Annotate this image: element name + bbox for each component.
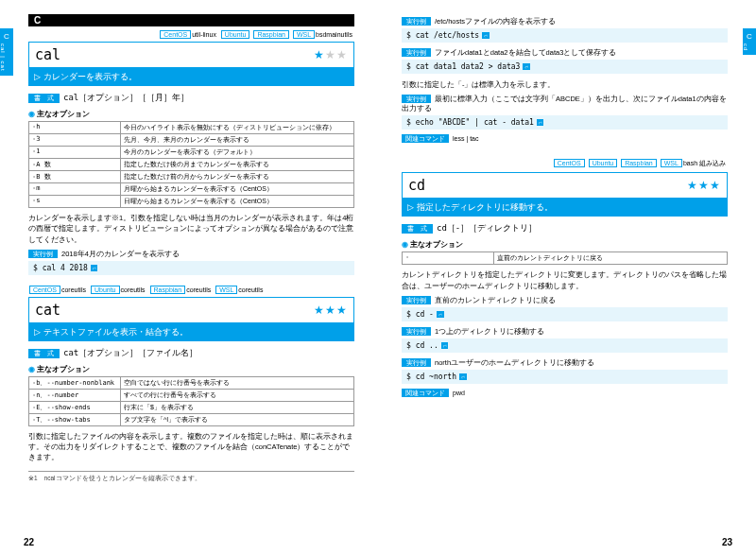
body-text-cd: カレントディレクトリを指定したディレクトリに変更します。ディレクトリのパスを省略… [402,269,728,291]
index-tab-right: C cd [743,28,756,55]
platforms-cat: CentOScoreutils Ubuntucoreutils Raspbian… [28,286,354,293]
tab-sub: cd [743,43,748,51]
example-row: 実行例最初に標準入力（ここでは文字列「ABCDE」）を出力し、次にファイルdat… [402,95,728,113]
options-heading: ◉主なオプション [402,239,728,250]
options-table-cd: -直前のカレントディレクトリに戻る [402,251,728,265]
code-box: $ cd -⏎ [402,307,728,321]
related-commands: 関連コマンドpwd [402,390,728,398]
command-name: cat [35,302,60,319]
command-header-cal: cal ★★★ [28,42,354,68]
command-header-cat: cat ★★★ [28,297,354,323]
command-header-cd: cd ★★★ [402,172,728,199]
body-text: 引数に指定した「-」は標準入力を示します。 [402,79,728,90]
rating-stars: ★★★ [314,48,348,61]
code-box: $ cal 4 2018⏎ [28,261,354,275]
tab-letter: C [743,32,756,41]
options-table-cal: -h今日のハイライト表示を無効にする（ディストリビューションに依存） -3先月、… [28,121,354,208]
body-text-cal: カレンダーを表示します※1。引数を指定しない時は当月のカレンダーが表示されます。… [28,213,354,245]
code-box: $ cat data1 data2 > data3⏎ [402,60,728,74]
code-box: $ cat /etc/hosts⏎ [402,28,728,43]
tab-sub: cal | cat [0,43,6,72]
example-row: 実行例/etc/hostsファイルの内容を表示する [402,17,728,26]
code-box: $ cd ..⏎ [402,338,728,353]
example-row: 実行例northユーザーのホームディレクトリに移動する [402,358,728,368]
page-number-left: 22 [24,537,34,547]
code-box: $ echo "ABCDE" | cat - data1⏎ [402,115,728,130]
body-text-cat: 引数に指定したファイルの内容を表示します。複数のファイルを指定した時は、順に表示… [28,431,354,463]
options-heading: ◉主なオプション [28,109,354,119]
platforms-cd: CentOS Ubuntu Raspbian WSLbash 組み込み [402,159,728,168]
command-description: ▷テキストファイルを表示・結合する。 [28,323,354,341]
index-tab-left: C cal | cat [0,28,13,76]
platforms-cal: CentOSutil-linux Ubuntu Raspbian WSLbsdm… [28,31,354,38]
code-box: $ cd ~north⏎ [402,370,728,384]
footnote: ※1 ncalコマンドを使うとカレンダーを縦表示できます。 [28,471,354,483]
example-row: 実行例2018年4月のカレンダーを表示する [28,250,354,259]
command-name: cd [408,177,425,194]
page-right: C cd 実行例/etc/hostsファイルの内容を表示する $ cat /et… [378,0,756,555]
example-row: 実行例1つ上のディレクトリに移動する [402,327,728,337]
command-description: ▷カレンダーを表示する。 [28,68,354,86]
rating-stars: ★★★ [314,304,348,317]
example-row: 実行例直前のカレントディレクトリに戻る [402,296,728,305]
options-heading: ◉主なオプション [28,364,354,374]
related-commands: 関連コマンドless | tac [402,135,728,144]
page-number-right: 23 [722,537,732,547]
rating-stars: ★★★ [687,179,721,192]
command-name: cal [35,46,60,63]
syntax-row: 書 式cal［オプション］［［月］年］ [28,92,354,104]
syntax-row: 書 式cd［-］［ディレクトリ］ [402,222,728,234]
example-row: 実行例ファイルdata1とdata2を結合してdata3として保存する [402,48,728,58]
syntax-row: 書 式cat［オプション］［ファイル名］ [28,347,354,359]
tab-letter: C [0,32,13,41]
options-table-cat: -b、--number-nonblank空白ではない行に行番号を表示する -n、… [28,376,354,426]
page-left: C cal | cat C CentOSutil-linux Ubuntu Ra… [0,0,378,555]
section-letter: C [28,14,354,26]
command-description: ▷指定したディレクトリに移動する。 [402,199,728,217]
